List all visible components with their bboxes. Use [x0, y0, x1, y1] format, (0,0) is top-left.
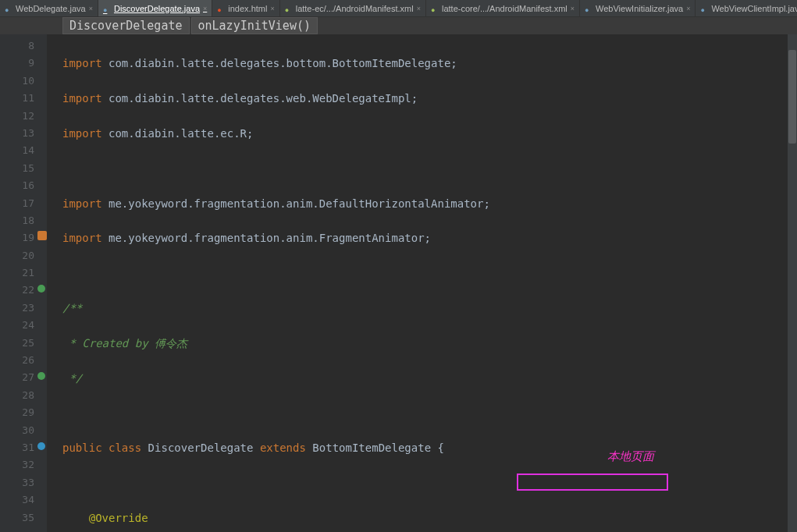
- line-number: 28: [0, 387, 34, 404]
- line-number: 29: [0, 404, 34, 421]
- close-icon[interactable]: ×: [686, 5, 690, 12]
- line-number: 10: [0, 73, 34, 90]
- line-number: 16: [0, 177, 34, 194]
- java-icon: [585, 5, 592, 12]
- xml-icon: [285, 5, 293, 12]
- line-number: 19: [0, 229, 34, 246]
- gutter-mark-icon[interactable]: [37, 285, 45, 293]
- gutter-mark-icon[interactable]: [37, 231, 47, 240]
- line-number: 22: [0, 282, 34, 299]
- line-number: 31: [0, 439, 34, 456]
- tab-webviewinitializer[interactable]: WebViewInitializer.java×: [580, 0, 696, 16]
- line-number: 12: [0, 108, 34, 125]
- crumb-class[interactable]: DiscoverDelegate: [62, 17, 190, 34]
- line-number: 20: [0, 247, 34, 264]
- editor-area[interactable]: 8910111213141516171819202122232425262728…: [0, 34, 797, 532]
- java-icon: [700, 5, 708, 12]
- line-number: 14: [0, 142, 34, 159]
- line-number: 23: [0, 300, 34, 317]
- line-number: 21: [0, 264, 34, 282]
- scrollbar-thumb[interactable]: [788, 50, 796, 144]
- close-icon[interactable]: ×: [203, 5, 207, 12]
- line-number: 33: [0, 474, 34, 491]
- line-number: 35: [0, 509, 34, 527]
- line-number: 30: [0, 422, 34, 439]
- html-icon: [217, 5, 225, 12]
- editor-tabs: WebDelegate.java× DiscoverDelegate.java×…: [0, 0, 797, 17]
- line-number: 26: [0, 352, 34, 369]
- line-number: 24: [0, 317, 34, 334]
- line-number: 27: [0, 369, 34, 386]
- gutter-mark-icon[interactable]: [37, 442, 45, 450]
- code-pane[interactable]: import com.diabin.latte.delegates.bottom…: [47, 34, 797, 532]
- tab-discoverdelegate[interactable]: DiscoverDelegate.java×: [98, 0, 212, 16]
- line-number: 8: [0, 37, 34, 55]
- line-number: 34: [0, 491, 34, 509]
- breadcrumb: DiscoverDelegate onLazyInitView(): [0, 17, 797, 34]
- line-number: 9: [0, 55, 34, 72]
- tab-webdelegate[interactable]: WebDelegate.java×: [0, 0, 98, 16]
- close-icon[interactable]: ×: [417, 5, 421, 12]
- line-number: 18: [0, 212, 34, 229]
- tab-latte-ec-manifest[interactable]: latte-ec/.../AndroidManifest.xml×: [280, 0, 426, 16]
- line-number: 17: [0, 195, 34, 212]
- line-number: 15: [0, 160, 34, 177]
- line-number: 13: [0, 125, 34, 142]
- tab-latte-core-manifest[interactable]: latte-core/.../AndroidManifest.xml×: [426, 0, 580, 16]
- line-number: 25: [0, 335, 34, 352]
- close-icon[interactable]: ×: [89, 5, 93, 12]
- line-number: 32: [0, 456, 34, 473]
- java-icon: [103, 5, 111, 12]
- gutter-mark-icon[interactable]: [37, 372, 45, 380]
- crumb-method[interactable]: onLazyInitView(): [191, 17, 318, 34]
- close-icon[interactable]: ×: [270, 5, 274, 12]
- tab-index-html[interactable]: index.html×: [212, 0, 279, 16]
- tab-webviewclientimpl[interactable]: WebViewClientImpl.java×: [696, 0, 797, 16]
- line-number: 11: [0, 90, 34, 107]
- gutter: 8910111213141516171819202122232425262728…: [0, 34, 47, 532]
- close-icon[interactable]: ×: [571, 5, 575, 12]
- xml-icon: [431, 5, 439, 12]
- java-icon: [5, 5, 12, 12]
- scrollbar[interactable]: [788, 34, 797, 532]
